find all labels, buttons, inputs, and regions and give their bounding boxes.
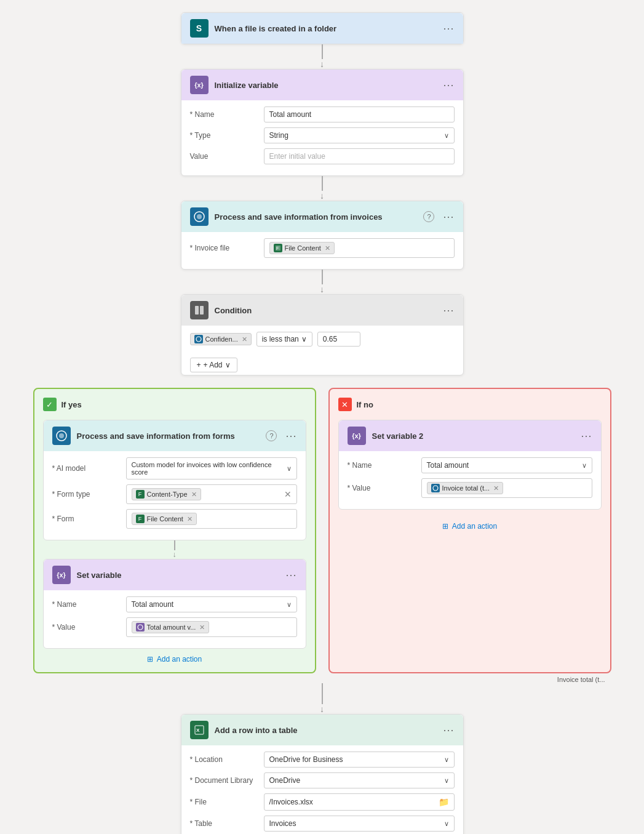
branch-no-label: If no [357,400,373,409]
file-content-chip-icon: F [274,244,282,252]
table-value: Invoices [269,819,296,828]
form-type-chip[interactable]: F Content-Type ✕ [132,488,201,500]
form-type-clear[interactable]: ✕ [284,489,292,499]
set-variable2-body: * Name Total amount ∨ * Value [339,451,601,509]
trigger-more[interactable]: ··· [443,22,454,35]
form-type-chip-icon: F [136,490,145,499]
process-forms-more[interactable]: ··· [285,430,296,443]
form-chip[interactable]: F File Content ✕ [132,513,197,525]
set-var-chip-icon [136,623,145,632]
yes-add-action[interactable]: ⊞ Add an action [43,655,306,664]
add-row-card: X Add a row into a table ··· * Location … [181,714,464,834]
form-label: * Form [52,515,120,523]
condition-value[interactable]: 0.65 [317,332,360,347]
add-row-more[interactable]: ··· [443,724,454,737]
no-add-action-icon: ⊞ [442,522,448,531]
set-var2-value-input[interactable]: Invoice total (t... ✕ [421,478,592,498]
condition-more[interactable]: ··· [443,304,454,317]
process-forms-card: Process and save information from forms … [43,420,306,540]
form-chip-remove[interactable]: ✕ [187,515,193,523]
set-var-name-value: Total amount [132,600,174,609]
condition-chip1-remove[interactable]: ✕ [242,335,247,343]
set-var2-chip[interactable]: Invoice total (t... ✕ [427,482,504,494]
process-forms-title: Process and save information from forms [77,431,260,441]
yes-add-action-icon: ⊞ [147,655,153,664]
no-add-action[interactable]: ⊞ Add an action [338,522,602,531]
condition-operator-chevron: ∨ [301,335,307,343]
table-select[interactable]: Invoices ∨ [264,816,455,832]
file-label: * File [190,798,258,806]
condition-header: Condition ··· [181,295,463,326]
connector-2: ↓ [320,176,324,201]
set-var-value-row: * Value Total amount v... ✕ [52,617,297,637]
table-row-field: * Table Invoices ∨ [190,816,455,832]
set-var2-chip-remove[interactable]: ✕ [493,484,499,492]
ai-model-chevron: ∨ [287,465,292,473]
add-row-title: Add a row into a table [215,726,437,735]
type-select[interactable]: String ∨ [264,127,455,143]
name-label: * Name [190,110,258,119]
init-var-more[interactable]: ··· [443,79,454,92]
set-var-value-input[interactable]: Total amount v... ✕ [126,617,297,637]
condition-area: Confiden... ✕ is less than ∨ 0.65 [181,326,463,353]
set-variable2-more[interactable]: ··· [581,430,592,443]
form-input[interactable]: F File Content ✕ [126,509,297,529]
process-forms-help[interactable]: ? [266,430,277,441]
invoice-file-input[interactable]: F File Content ✕ [264,238,455,258]
process-invoice-more[interactable]: ··· [443,211,454,223]
set-var-chip-remove[interactable]: ✕ [199,623,205,632]
branch-yes-label: If yes [62,400,82,409]
svg-text:X: X [196,728,200,733]
file-input[interactable]: /Invoices.xlsx 📁 [264,793,455,811]
doc-library-value: OneDrive [269,776,301,785]
branch-yes: ✓ If yes Process and save information fr… [33,388,316,673]
set-variable-more[interactable]: ··· [285,569,296,582]
trigger-card: S When a file is created in a folder ··· [181,12,464,44]
process-invoice-help[interactable]: ? [423,211,434,222]
file-browse-icon[interactable]: 📁 [439,797,449,807]
connector-4: ↓ [320,683,324,714]
condition-icon [190,301,209,319]
set-variable-card: {x} Set variable ··· * Name Total amount… [43,559,306,649]
set-var2-name-value: Total amount [427,461,469,470]
add-row-header: X Add a row into a table ··· [181,715,463,745]
init-var-body: * Name Total amount * Type String ∨ Valu… [181,100,463,175]
branch-yes-badge: ✓ [43,398,57,411]
svg-rect-4 [195,306,199,315]
name-input[interactable]: Total amount [264,106,455,122]
location-select[interactable]: OneDrive for Business ∨ [264,752,455,768]
add-condition-button[interactable]: + + Add ∨ [190,358,237,372]
form-type-input[interactable]: F Content-Type ✕ ✕ [126,484,297,504]
file-content-chip[interactable]: F File Content ✕ [269,242,335,254]
ai-model-select[interactable]: Custom model for invoices with low confi… [126,457,297,479]
set-var-chip[interactable]: Total amount v... ✕ [132,621,210,633]
form-type-row: * Form type F Content-Type ✕ ✕ [52,484,297,504]
file-content-chip-remove[interactable]: ✕ [325,244,330,252]
init-var-header: {x} Initialize variable ··· [181,70,463,100]
svg-point-6 [196,337,201,342]
value-input[interactable]: Enter initial value [264,148,455,164]
form-type-chip-remove[interactable]: ✕ [191,491,197,499]
process-invoice-body: * Invoice file F File Content ✕ [181,232,463,269]
set-var2-chip-label: Invoice total (t... [442,484,490,492]
set-variable2-card: {x} Set variable 2 ··· * Name Total amou… [338,420,602,510]
condition-operator[interactable]: is less than ∨ [256,332,312,347]
condition-add-btn[interactable]: + + Add ∨ [181,353,463,375]
file-row: * File /Invoices.xlsx 📁 [190,793,455,811]
condition-chip1[interactable]: Confiden... ✕ [190,333,252,345]
value-label: Value [190,152,258,161]
form-type-label: * Form type [52,490,120,499]
location-row: * Location OneDrive for Business ∨ [190,752,455,768]
initialize-variable-card: {x} Initialize variable ··· * Name Total… [181,69,464,176]
set-var-name-select[interactable]: Total amount ∨ [126,596,297,612]
add-condition-label: + Add [204,361,223,369]
doc-library-select[interactable]: OneDrive ∨ [264,772,455,788]
invoice-file-row: * Invoice file F File Content ✕ [190,238,455,258]
file-content-chip-label: File Content [285,244,321,252]
form-type-chip-label: Content-Type [147,491,188,498]
trigger-title: When a file is created in a folder [215,24,437,33]
set-var2-name-select[interactable]: Total amount ∨ [421,457,592,473]
condition-chip1-icon [194,335,203,343]
type-row: * Type String ∨ [190,127,455,143]
set-var2-chip-icon [431,484,440,492]
